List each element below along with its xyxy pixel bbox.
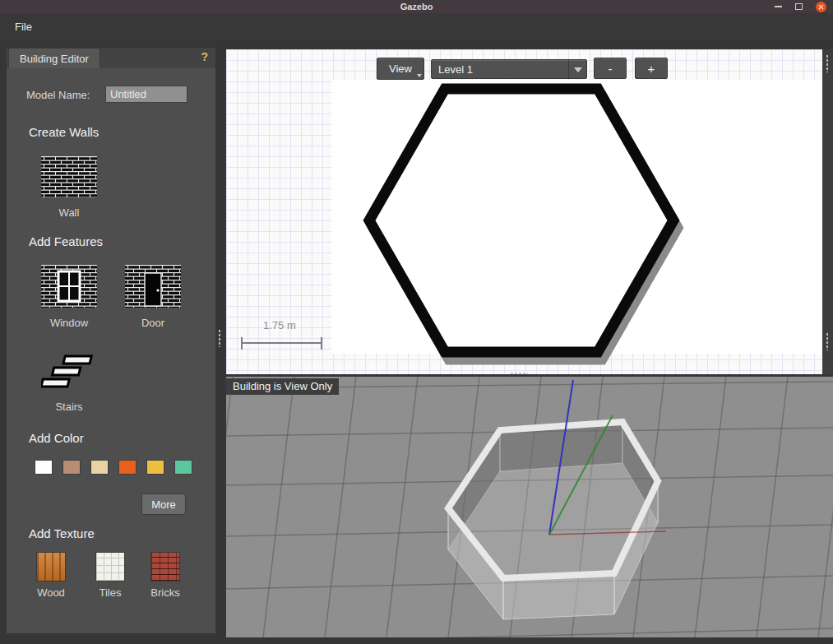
texture-tiles[interactable]: Tiles xyxy=(92,552,128,599)
tiles-texture-label: Tiles xyxy=(92,586,128,599)
window-title: Gazebo xyxy=(400,2,433,12)
model-name-input[interactable] xyxy=(105,86,187,103)
3d-scene xyxy=(226,377,833,637)
door-tool[interactable]: Door xyxy=(125,265,181,329)
section-add-features: Add Features xyxy=(29,234,103,248)
wood-texture-thumb xyxy=(36,552,66,581)
color-swatch-tan[interactable] xyxy=(62,460,81,475)
menu-file[interactable]: File xyxy=(7,17,40,36)
stairs-tool-label: Stairs xyxy=(41,401,97,413)
color-swatch-teal[interactable] xyxy=(174,460,192,475)
tab-building-editor[interactable]: Building Editor xyxy=(8,48,100,68)
wall-icon xyxy=(41,156,97,197)
menubar: File xyxy=(0,13,833,39)
chevron-down-icon xyxy=(417,74,422,77)
gazebo-window: Gazebo File Building Editor ? Model Name… xyxy=(0,0,833,644)
right-scroll-strip[interactable] xyxy=(822,49,833,374)
section-add-texture: Add Texture xyxy=(29,526,95,540)
chevron-down-icon xyxy=(568,60,586,78)
wood-texture-label: Wood xyxy=(33,586,69,599)
scale-ruler xyxy=(241,337,322,350)
level-selector-value: Level 1 xyxy=(438,63,473,76)
splitter-handle[interactable] xyxy=(826,54,829,72)
view-only-overlay: Building is View Only xyxy=(226,378,339,395)
tiles-texture-thumb xyxy=(95,552,125,581)
3d-building-model xyxy=(448,422,658,619)
stairs-icon xyxy=(41,354,97,391)
building-editor-panel: Building Editor ? Model Name: Create Wal… xyxy=(7,48,215,633)
color-swatch-beige[interactable] xyxy=(90,460,109,475)
texture-bricks[interactable]: Bricks xyxy=(147,552,183,599)
titlebar[interactable]: Gazebo xyxy=(0,0,833,13)
color-swatch-amber[interactable] xyxy=(146,460,164,475)
bricks-texture-thumb xyxy=(150,552,180,581)
wall-tool-label: Wall xyxy=(41,206,97,219)
splitter-handle[interactable] xyxy=(218,329,221,347)
help-icon[interactable]: ? xyxy=(201,50,208,63)
wall-tool[interactable]: Wall xyxy=(41,156,97,219)
view-button-label: View xyxy=(389,63,412,75)
door-icon xyxy=(125,265,181,308)
door-tool-label: Door xyxy=(125,317,181,329)
more-colors-button[interactable]: More xyxy=(141,493,186,515)
window-tool[interactable]: Window xyxy=(41,265,97,329)
texture-wood[interactable]: Wood xyxy=(33,552,69,599)
splitter-handle[interactable] xyxy=(510,372,528,375)
window-icon xyxy=(41,265,97,308)
maximize-icon[interactable] xyxy=(795,3,803,10)
color-swatch-orange[interactable] xyxy=(118,460,137,475)
window-tool-label: Window xyxy=(41,317,97,329)
color-swatch-white[interactable] xyxy=(35,460,53,475)
section-create-walls: Create Walls xyxy=(29,125,99,139)
2d-drawing-canvas[interactable] xyxy=(331,80,822,354)
2d-editor-view[interactable]: View Level 1 - + 1.75 m xyxy=(226,49,822,374)
window-controls xyxy=(775,0,826,13)
view-menu-button[interactable]: View xyxy=(377,58,424,80)
stairs-tool[interactable]: Stairs xyxy=(41,354,97,413)
model-name-label: Model Name: xyxy=(26,89,90,101)
zoom-in-button[interactable]: + xyxy=(635,58,668,79)
level-selector[interactable]: Level 1 xyxy=(431,59,587,79)
section-add-color: Add Color xyxy=(29,431,84,445)
splitter-handle[interactable] xyxy=(826,332,829,350)
panel-tab-bar: Building Editor ? xyxy=(7,48,215,68)
3d-viewport[interactable]: Building is View Only xyxy=(226,377,833,637)
minimize-icon[interactable] xyxy=(775,6,782,7)
scale-label: 1.75 m xyxy=(263,319,296,331)
bricks-texture-label: Bricks xyxy=(147,586,183,599)
close-icon[interactable] xyxy=(816,2,826,12)
zoom-out-button[interactable]: - xyxy=(594,58,627,79)
